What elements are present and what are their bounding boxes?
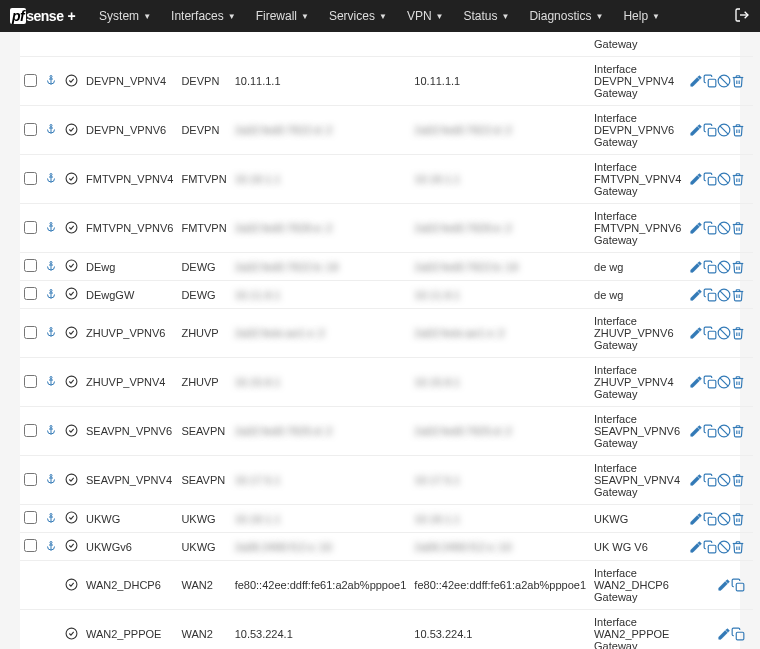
edit-icon[interactable] — [689, 424, 703, 438]
del-icon[interactable] — [731, 375, 745, 389]
disable-icon[interactable] — [717, 540, 731, 554]
nav-item-help[interactable]: Help ▼ — [613, 0, 670, 32]
nav-item-system[interactable]: System ▼ — [89, 0, 161, 32]
copy-icon[interactable] — [703, 540, 717, 554]
row-select-checkbox[interactable] — [24, 473, 37, 486]
copy-icon[interactable] — [731, 578, 745, 592]
copy-icon[interactable] — [703, 123, 717, 137]
del-icon[interactable] — [731, 424, 745, 438]
copy-icon[interactable] — [703, 221, 717, 235]
row-select-checkbox[interactable] — [24, 172, 37, 185]
edit-icon[interactable] — [689, 221, 703, 235]
row-select-checkbox[interactable] — [24, 123, 37, 136]
nav-item-firewall[interactable]: Firewall ▼ — [246, 0, 319, 32]
svg-line-56 — [720, 378, 728, 386]
cell-interface: FMTVPN — [177, 155, 230, 204]
svg-rect-26 — [709, 226, 717, 234]
svg-point-43 — [50, 328, 52, 330]
copy-icon[interactable] — [703, 74, 717, 88]
row-select-checkbox[interactable] — [24, 259, 37, 272]
edit-icon[interactable] — [689, 512, 703, 526]
edit-icon[interactable] — [689, 326, 703, 340]
cell-name: UKWG — [82, 505, 177, 533]
edit-icon[interactable] — [689, 540, 703, 554]
disable-icon[interactable] — [717, 473, 731, 487]
copy-icon[interactable] — [703, 172, 717, 186]
disable-icon[interactable] — [717, 288, 731, 302]
svg-line-77 — [720, 514, 728, 522]
nav-item-diagnostics[interactable]: Diagnostics ▼ — [519, 0, 613, 32]
row-select-checkbox[interactable] — [24, 375, 37, 388]
copy-icon[interactable] — [731, 627, 745, 641]
edit-icon[interactable] — [689, 172, 703, 186]
copy-icon[interactable] — [703, 424, 717, 438]
copy-icon[interactable] — [703, 326, 717, 340]
disable-icon[interactable] — [717, 221, 731, 235]
copy-icon[interactable] — [703, 512, 717, 526]
edit-icon[interactable] — [689, 375, 703, 389]
copy-icon[interactable] — [703, 473, 717, 487]
edit-icon[interactable] — [717, 627, 731, 641]
edit-icon[interactable] — [717, 578, 731, 592]
row-select-checkbox[interactable] — [24, 74, 37, 87]
cell-name: DEVPN_VPNV6 — [82, 106, 177, 155]
edit-icon[interactable] — [689, 123, 703, 137]
disable-icon[interactable] — [717, 123, 731, 137]
anchor-icon[interactable] — [45, 223, 57, 235]
cell-description: Interface WAN2_DHCP6 Gateway — [590, 561, 685, 610]
row-select-checkbox[interactable] — [24, 539, 37, 552]
row-select-checkbox[interactable] — [24, 424, 37, 437]
disable-icon[interactable] — [717, 424, 731, 438]
anchor-icon[interactable] — [45, 76, 57, 88]
edit-icon[interactable] — [689, 74, 703, 88]
anchor-icon[interactable] — [45, 262, 57, 274]
brand-logo[interactable]: pfsense+ — [10, 8, 75, 24]
row-select-checkbox[interactable] — [24, 287, 37, 300]
copy-icon[interactable] — [703, 260, 717, 274]
row-select-checkbox[interactable] — [24, 221, 37, 234]
del-icon[interactable] — [731, 221, 745, 235]
disable-icon[interactable] — [717, 260, 731, 274]
row-select-checkbox[interactable] — [24, 326, 37, 339]
edit-icon[interactable] — [689, 473, 703, 487]
disable-icon[interactable] — [717, 512, 731, 526]
anchor-icon[interactable] — [45, 542, 57, 554]
del-icon[interactable] — [731, 473, 745, 487]
edit-icon[interactable] — [689, 260, 703, 274]
del-icon[interactable] — [731, 326, 745, 340]
del-icon[interactable] — [731, 540, 745, 554]
nav-item-status[interactable]: Status ▼ — [453, 0, 519, 32]
del-icon[interactable] — [731, 288, 745, 302]
disable-icon[interactable] — [717, 74, 731, 88]
svg-point-4 — [66, 75, 77, 86]
nav-item-services[interactable]: Services ▼ — [319, 0, 397, 32]
svg-rect-88 — [737, 632, 745, 640]
del-icon[interactable] — [731, 123, 745, 137]
copy-icon[interactable] — [703, 288, 717, 302]
anchor-icon[interactable] — [45, 475, 57, 487]
anchor-icon[interactable] — [45, 290, 57, 302]
anchor-icon[interactable] — [45, 174, 57, 186]
disable-icon[interactable] — [717, 172, 731, 186]
anchor-icon[interactable] — [45, 377, 57, 389]
nav-item-vpn[interactable]: VPN ▼ — [397, 0, 454, 32]
anchor-icon[interactable] — [45, 426, 57, 438]
disable-icon[interactable] — [717, 375, 731, 389]
svg-point-8 — [50, 125, 52, 127]
del-icon[interactable] — [731, 260, 745, 274]
row-select-checkbox[interactable] — [24, 511, 37, 524]
nav-item-interfaces[interactable]: Interfaces ▼ — [161, 0, 246, 32]
del-icon[interactable] — [731, 74, 745, 88]
anchor-icon[interactable] — [45, 514, 57, 526]
edit-icon[interactable] — [689, 288, 703, 302]
disable-icon[interactable] — [717, 326, 731, 340]
del-icon[interactable] — [731, 172, 745, 186]
status-ok-icon — [65, 224, 78, 236]
anchor-icon[interactable] — [45, 125, 57, 137]
cell-description: Interface SEAVPN_VPNV6 Gateway — [590, 407, 685, 456]
anchor-icon[interactable] — [45, 328, 57, 340]
logout-icon[interactable] — [734, 7, 750, 26]
chevron-down-icon: ▼ — [228, 12, 236, 21]
del-icon[interactable] — [731, 512, 745, 526]
copy-icon[interactable] — [703, 375, 717, 389]
